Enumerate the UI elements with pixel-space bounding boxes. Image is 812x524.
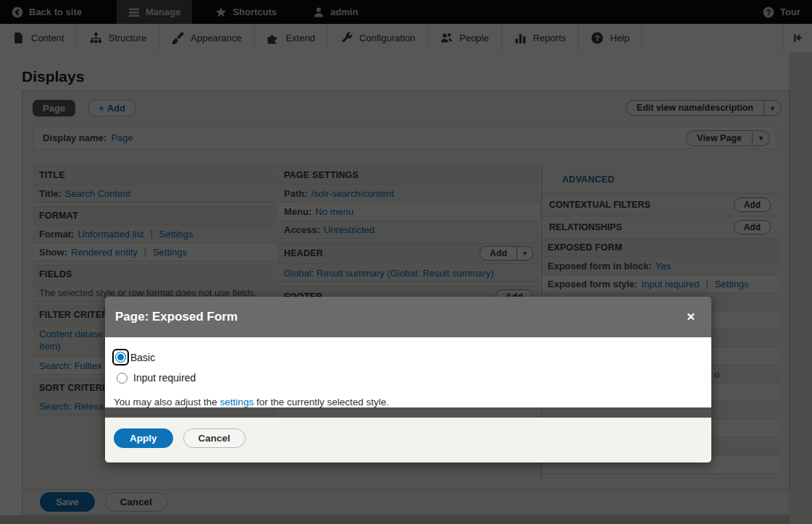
dialog-titlebar: Page: Exposed Form ✕ bbox=[105, 297, 711, 337]
dialog-cancel-button[interactable]: Cancel bbox=[183, 428, 246, 448]
dialog-body: Basic Input required You may also adjust… bbox=[105, 337, 711, 407]
radio-input-required-label: Input required bbox=[133, 372, 196, 384]
dialog-title: Page: Exposed Form bbox=[115, 310, 680, 324]
close-icon[interactable]: ✕ bbox=[680, 308, 701, 326]
radio-selected-icon[interactable] bbox=[115, 352, 126, 363]
radio-unselected-icon[interactable] bbox=[117, 373, 127, 384]
note-prefix: You may also adjust the bbox=[114, 397, 220, 407]
dialog-note: You may also adjust the settings for the… bbox=[114, 397, 701, 407]
drupal-admin-screen: Back to site Manage Shortcuts admin ? To bbox=[0, 0, 812, 524]
dialog-buttonpane: Apply Cancel bbox=[105, 418, 711, 462]
radio-option-basic[interactable]: Basic bbox=[112, 349, 701, 365]
apply-button[interactable]: Apply bbox=[114, 428, 173, 448]
exposed-form-dialog: Page: Exposed Form ✕ Basic Input require… bbox=[105, 297, 711, 462]
focus-ring bbox=[112, 349, 129, 365]
radio-basic-label: Basic bbox=[130, 352, 155, 363]
settings-link[interactable]: settings bbox=[220, 397, 254, 407]
radio-option-input-required[interactable]: Input required bbox=[112, 372, 701, 384]
note-suffix: for the currently selected style. bbox=[254, 397, 389, 407]
